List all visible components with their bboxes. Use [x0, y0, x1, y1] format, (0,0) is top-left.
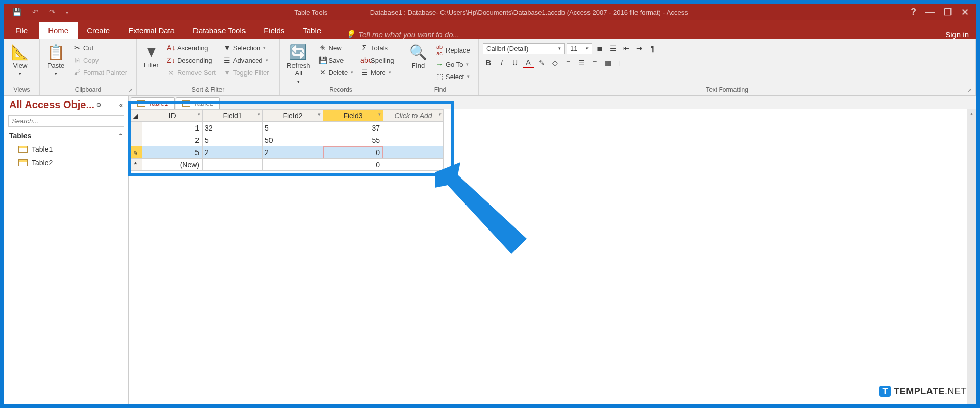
- table-row[interactable]: 2 5 50 55: [129, 134, 444, 146]
- doc-tab-table2[interactable]: Table2: [176, 97, 219, 109]
- bold-button[interactable]: B: [483, 57, 494, 68]
- table-row-new[interactable]: * (New) 0: [129, 159, 444, 171]
- bullets-icon[interactable]: ≣: [594, 43, 605, 54]
- totals-button[interactable]: ΣTotals: [358, 43, 396, 53]
- refresh-all-button[interactable]: 🔄 Refresh All▾: [284, 43, 313, 86]
- nav-item-table1[interactable]: Table1: [4, 143, 128, 156]
- indent-decrease-icon[interactable]: ⇤: [621, 43, 632, 54]
- ltr-icon[interactable]: ¶: [647, 43, 658, 54]
- indent-increase-icon[interactable]: ⇥: [634, 43, 645, 54]
- cell[interactable]: [263, 159, 323, 171]
- spelling-button[interactable]: abcSpelling: [358, 55, 396, 65]
- cell[interactable]: 50: [263, 134, 323, 146]
- tab-create[interactable]: Create: [78, 22, 119, 39]
- font-color-button[interactable]: A: [523, 57, 534, 68]
- format-painter-button[interactable]: 🖌Format Painter: [71, 67, 129, 78]
- gridlines-icon[interactable]: ▦: [602, 57, 614, 68]
- view-button[interactable]: 📐 View▾: [8, 43, 32, 78]
- selection-button[interactable]: ▼Selection▾: [221, 43, 272, 53]
- redo-icon[interactable]: ↷: [46, 8, 59, 17]
- more-button[interactable]: ☰More▾: [358, 67, 396, 78]
- close-icon[interactable]: ✕: [961, 7, 969, 18]
- save-icon[interactable]: 💾: [9, 8, 25, 17]
- cell[interactable]: [383, 159, 444, 171]
- row-selector-new[interactable]: *: [129, 159, 142, 171]
- cell[interactable]: (New): [142, 159, 203, 171]
- select-all-corner[interactable]: ◢: [129, 110, 142, 122]
- italic-button[interactable]: I: [496, 57, 507, 68]
- alt-row-color-icon[interactable]: ▤: [616, 57, 627, 68]
- nav-item-table2[interactable]: Table2: [4, 156, 128, 169]
- cell[interactable]: 2: [142, 134, 203, 146]
- cell[interactable]: 55: [323, 134, 383, 146]
- row-selector[interactable]: [129, 122, 142, 134]
- tab-external-data[interactable]: External Data: [119, 22, 184, 39]
- nav-group-tables[interactable]: Tables ⌃: [4, 129, 128, 143]
- tab-fields[interactable]: Fields: [255, 22, 293, 39]
- find-button[interactable]: 🔍 Find: [406, 43, 430, 70]
- doc-tab-table1[interactable]: Table1: [131, 97, 175, 109]
- remove-sort-button[interactable]: ⨯Remove Sort: [165, 67, 218, 78]
- col-header-id[interactable]: ID▾: [142, 110, 203, 122]
- cell[interactable]: 5: [203, 134, 263, 146]
- select-button[interactable]: ⬚Select▾: [433, 71, 472, 82]
- cell-editing[interactable]: 0: [323, 146, 383, 159]
- tab-file[interactable]: File: [4, 22, 39, 39]
- restore-icon[interactable]: ❐: [944, 7, 952, 18]
- datasheet-grid[interactable]: ◢ ID▾ Field1▾ Field2▾ Field3▾ Click to A…: [129, 109, 444, 171]
- align-center-icon[interactable]: ☰: [576, 57, 587, 68]
- table-row[interactable]: ✎ 5 2 2 0: [129, 146, 444, 159]
- font-size-combo[interactable]: 11▾: [567, 43, 592, 54]
- underline-button[interactable]: U: [509, 57, 521, 68]
- cell[interactable]: 0: [323, 159, 383, 171]
- scroll-up-icon[interactable]: ▴: [967, 109, 976, 118]
- minimize-icon[interactable]: —: [925, 7, 935, 18]
- cell[interactable]: [203, 159, 263, 171]
- row-selector[interactable]: [129, 134, 142, 146]
- fill-color-button[interactable]: ◇: [549, 57, 560, 68]
- cell[interactable]: 5: [263, 122, 323, 134]
- filter-button[interactable]: ▼ Filter: [141, 43, 162, 70]
- cell[interactable]: 1: [142, 122, 203, 134]
- qat-customize-icon[interactable]: ▾: [63, 10, 71, 15]
- tell-me-search[interactable]: 💡 Tell me what you want to do...: [330, 30, 459, 39]
- descending-button[interactable]: Z↓Descending: [165, 55, 218, 65]
- text-formatting-launcher-icon[interactable]: ⤢: [967, 88, 971, 93]
- cell[interactable]: [383, 122, 444, 134]
- cut-button[interactable]: ✂Cut: [71, 43, 129, 53]
- col-header-field2[interactable]: Field2▾: [263, 110, 323, 122]
- table-row[interactable]: 1 32 5 37: [129, 122, 444, 134]
- align-left-icon[interactable]: ≡: [562, 57, 574, 68]
- nav-pane-title[interactable]: All Access Obje...: [9, 99, 94, 111]
- col-header-add[interactable]: Click to Add▾: [383, 110, 444, 122]
- cell[interactable]: 32: [203, 122, 263, 134]
- col-header-field3[interactable]: Field3▾: [323, 110, 383, 122]
- cell[interactable]: [383, 134, 444, 146]
- cell[interactable]: 2: [203, 146, 263, 159]
- delete-button[interactable]: ✕Delete▾: [316, 67, 356, 78]
- tab-home[interactable]: Home: [39, 22, 78, 39]
- copy-button[interactable]: ⎘Copy: [71, 55, 129, 65]
- numbering-icon[interactable]: ☰: [607, 43, 619, 54]
- nav-dropdown-icon[interactable]: ⊙: [96, 101, 101, 108]
- replace-button[interactable]: abacReplace: [433, 43, 472, 57]
- highlight-button[interactable]: ✎: [536, 57, 547, 68]
- help-icon[interactable]: ?: [911, 7, 916, 18]
- ascending-button[interactable]: A↓Ascending: [165, 43, 218, 53]
- cell[interactable]: 2: [263, 146, 323, 159]
- new-button[interactable]: ✳New: [316, 43, 356, 53]
- save-record-button[interactable]: 💾Save: [316, 55, 356, 65]
- cell[interactable]: [383, 146, 444, 159]
- font-name-combo[interactable]: Calibri (Detail)▾: [483, 43, 565, 54]
- paste-button[interactable]: 📋 Paste▾: [44, 43, 68, 78]
- clipboard-launcher-icon[interactable]: ⤢: [128, 88, 132, 93]
- tab-database-tools[interactable]: Database Tools: [184, 22, 255, 39]
- undo-icon[interactable]: ↶: [29, 8, 42, 17]
- nav-collapse-icon[interactable]: «: [119, 101, 123, 109]
- advanced-button[interactable]: ☰Advanced▾: [221, 55, 272, 65]
- vertical-scrollbar[interactable]: ▴: [967, 109, 976, 404]
- nav-search-input[interactable]: [8, 115, 124, 127]
- collapse-group-icon[interactable]: ⌃: [118, 133, 123, 139]
- toggle-filter-button[interactable]: ▼Toggle Filter: [221, 67, 272, 78]
- align-right-icon[interactable]: ≡: [589, 57, 600, 68]
